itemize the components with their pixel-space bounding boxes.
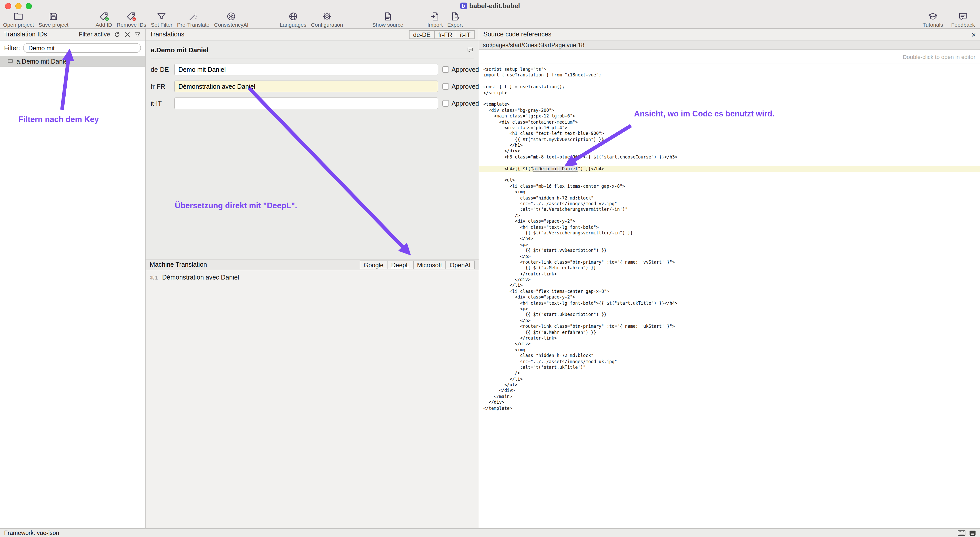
toolbar-tutorials[interactable]: Tutorials bbox=[923, 11, 943, 28]
toolbar-export[interactable]: Export bbox=[447, 11, 463, 28]
toolbar-pre-translate[interactable]: Pre-Translate bbox=[177, 11, 209, 28]
globe-icon bbox=[288, 11, 298, 22]
translation-input-fr-FR[interactable] bbox=[174, 81, 438, 92]
close-window-button[interactable] bbox=[5, 3, 11, 9]
toolbar-label: Save project bbox=[38, 22, 68, 28]
code-line-21: <li class="mb-16 flex items-center gap-x… bbox=[483, 183, 980, 190]
toolbar-remove-ids[interactable]: Remove IDs bbox=[117, 11, 146, 28]
provider-openai[interactable]: OpenAI bbox=[446, 260, 475, 269]
toolbar-set-filter[interactable]: Set Filter bbox=[151, 11, 172, 28]
comment-note-icon[interactable] bbox=[467, 47, 474, 53]
lang-tab-it-IT[interactable]: it-IT bbox=[457, 30, 475, 39]
translation-row-fr-FR: fr-FRApproved bbox=[151, 81, 474, 92]
code-line-3 bbox=[483, 78, 980, 84]
toolbar-label: Tutorials bbox=[923, 22, 943, 28]
translation-id-item[interactable]: a.Demo mit Daniel bbox=[0, 56, 145, 67]
app-icon: b bbox=[460, 2, 467, 9]
language-label: it-IT bbox=[151, 100, 170, 107]
machine-translation-header: Machine Translation GoogleDeepLMicrosoft… bbox=[146, 259, 479, 270]
approved-checkbox[interactable] bbox=[442, 83, 449, 90]
code-line-26: /> bbox=[483, 213, 980, 219]
approved-checkbox[interactable] bbox=[442, 66, 449, 73]
titlebar[interactable]: b babel-edit.babel bbox=[0, 0, 980, 11]
machine-translation-title: Machine Translation bbox=[150, 261, 207, 268]
code-line-50: class="hidden h-72 md:block" bbox=[483, 353, 980, 359]
code-line-37: </div> bbox=[483, 277, 980, 283]
minimize-window-button[interactable] bbox=[15, 3, 22, 9]
framework-status-text: Framework: vue-json bbox=[4, 530, 59, 536]
refresh-filter-icon[interactable] bbox=[114, 31, 121, 38]
provider-google[interactable]: Google bbox=[360, 260, 388, 269]
translation-input-it-IT[interactable] bbox=[174, 97, 438, 109]
code-line-46: {{ $t("a.Mehr erfahren") }} bbox=[483, 330, 980, 335]
toolbar-save-project[interactable]: Save project bbox=[38, 11, 68, 28]
filter-controls: Filter active bbox=[79, 31, 141, 38]
toolbar-show-source[interactable]: Show source bbox=[372, 11, 403, 28]
code-line-23: class="hidden h-72 md:block" bbox=[483, 195, 980, 201]
approved-checkbox[interactable] bbox=[442, 100, 449, 107]
panel-title: Translations bbox=[150, 31, 184, 38]
clear-filter-icon[interactable] bbox=[124, 31, 131, 38]
code-line-53: /> bbox=[483, 371, 980, 376]
status-bar: Framework: vue-json bbox=[0, 528, 980, 537]
input-source-icon[interactable] bbox=[969, 529, 976, 536]
code-line-59: </template> bbox=[483, 405, 980, 411]
toolbar-import[interactable]: Import bbox=[428, 11, 443, 28]
approved-label: Approved bbox=[452, 66, 479, 73]
code-line-38: </li> bbox=[483, 283, 980, 289]
toolbar-label: Export bbox=[447, 22, 463, 28]
toolbar-label: Feedback bbox=[951, 22, 975, 28]
translation-input-de-DE[interactable] bbox=[174, 64, 438, 75]
translations-body: a.Demo mit Daniel de-DEApprovedfr-FRAppr… bbox=[146, 40, 479, 259]
highlighted-translation-key[interactable]: a.Demo mit Daniel bbox=[533, 166, 578, 171]
toolbar-label: Open project bbox=[3, 22, 34, 28]
tag-plus-icon bbox=[99, 11, 109, 22]
code-line-15: </div> bbox=[483, 148, 980, 155]
toolbar-label: Add ID bbox=[95, 22, 112, 28]
import-icon bbox=[430, 11, 440, 22]
entry-title: a.Demo mit Daniel bbox=[151, 46, 208, 54]
source-file-reference[interactable]: src/pages/start/GuestStartPage.vue:18 bbox=[479, 40, 980, 50]
approved-toggle-it-IT[interactable]: Approved bbox=[442, 100, 479, 107]
code-line-39: <li class="flex items-center gap-x-8"> bbox=[483, 289, 980, 295]
lang-tab-fr-FR[interactable]: fr-FR bbox=[434, 30, 457, 39]
filter-icon[interactable] bbox=[134, 31, 141, 38]
toolbar-add-id[interactable]: Add ID bbox=[95, 11, 112, 28]
code-line-24: src="../../assets/images/mood_vv.jpg" bbox=[483, 201, 980, 207]
provider-microsoft[interactable]: Microsoft bbox=[414, 260, 446, 269]
mt-provider-buttons: GoogleDeepLMicrosoftOpenAI bbox=[360, 260, 475, 269]
approved-toggle-de-DE[interactable]: Approved bbox=[442, 66, 479, 73]
code-line-56: </div> bbox=[483, 388, 980, 394]
toolbar-languages[interactable]: Languages bbox=[280, 11, 306, 28]
lang-tab-de-DE[interactable]: de-DE bbox=[409, 30, 434, 39]
approved-toggle-fr-FR[interactable]: Approved bbox=[442, 83, 479, 90]
code-viewer[interactable]: <script setup lang="ts">import { useTran… bbox=[479, 64, 980, 528]
mt-suggestion-row[interactable]: ⌘1 Démonstration avec Daniel bbox=[150, 274, 475, 281]
code-line-10: <div class="container-medium"> bbox=[483, 119, 980, 125]
entry-header: a.Demo mit Daniel bbox=[151, 45, 474, 59]
provider-deepl[interactable]: DeepL bbox=[388, 260, 414, 269]
toolbar-label: Import bbox=[428, 22, 443, 28]
translation-id-label: a.Demo mit Daniel bbox=[16, 58, 69, 65]
code-line-49: <img bbox=[483, 347, 980, 353]
toolbar-label: Set Filter bbox=[151, 22, 172, 28]
toolbar-open-project[interactable]: Open project bbox=[3, 11, 34, 28]
mt-suggestion-text[interactable]: Démonstration avec Daniel bbox=[162, 274, 239, 281]
window-title: b babel-edit.babel bbox=[460, 2, 520, 10]
toolbar-feedback[interactable]: Feedback bbox=[951, 11, 975, 28]
filter-input[interactable] bbox=[23, 43, 141, 53]
code-line-54: </li> bbox=[483, 376, 980, 382]
window-title-text: babel-edit.babel bbox=[469, 2, 520, 10]
code-line-16: <h3 class="mb-8 text-blue-900">{{ $t("st… bbox=[483, 155, 980, 160]
filter-active-label: Filter active bbox=[79, 31, 110, 38]
close-panel-icon[interactable]: × bbox=[971, 30, 976, 38]
keyboard-icon[interactable] bbox=[958, 530, 966, 536]
zoom-window-button[interactable] bbox=[25, 3, 32, 9]
code-line-12: <h1 class="text-left text-blue-900"> bbox=[483, 131, 980, 137]
message-bubble-icon bbox=[7, 58, 13, 64]
toolbar-configuration[interactable]: Configuration bbox=[311, 11, 343, 28]
code-line-31: <p> bbox=[483, 242, 980, 248]
translations-header: Translations de-DEfr-FRit-IT bbox=[146, 29, 479, 40]
toolbar-consistencyai[interactable]: ConsistencyAI bbox=[214, 11, 248, 28]
app-window: b babel-edit.babel Open projectSave proj… bbox=[0, 0, 980, 537]
